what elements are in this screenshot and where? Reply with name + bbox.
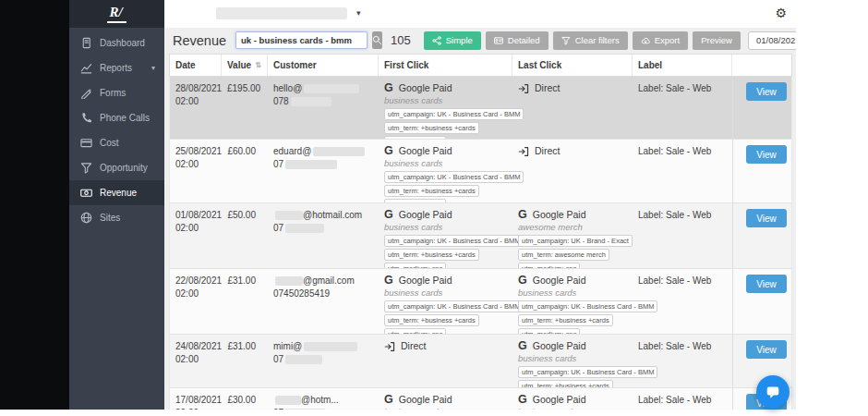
table-row[interactable]: 24/08/202102:00£31.00mimi@07DirectGGoogl…	[169, 335, 792, 388]
column-label: Label	[638, 60, 662, 70]
clear-filters-button[interactable]: Clear filters	[553, 31, 628, 50]
date-value: 22/08/2021	[175, 275, 218, 288]
sidebar-item-dashboard[interactable]: Dashboard	[69, 31, 164, 55]
campaign-subtitle: business cards	[518, 353, 629, 364]
customer-line: 078	[273, 95, 375, 108]
first-click-source: GGoogle Paid	[384, 82, 509, 94]
sidebar-item-label: Sites	[100, 213, 120, 223]
search-input[interactable]	[235, 31, 368, 49]
date-cell: 22/08/202102:00	[170, 269, 222, 335]
sort-icon[interactable]: ⇅	[255, 61, 261, 69]
date-range-label: 01/08/2021 to 31/08/2021	[756, 35, 796, 45]
click-source-title: Google Paid	[399, 208, 452, 221]
last-click-cell: Direct	[512, 140, 633, 203]
id-card-icon	[494, 36, 503, 45]
button-label: Detailed	[508, 35, 540, 45]
redacted-value	[285, 409, 326, 410]
table-row[interactable]: 28/08/202102:00£195.00hello@078GGoogle P…	[169, 77, 792, 140]
table-row[interactable]: 17/08/202102:00£30.00@hotm...07GGoogle P…	[169, 388, 792, 410]
column-header-value[interactable]: Value⇅	[222, 55, 268, 76]
click-source-title: Direct	[535, 81, 560, 94]
utm-tag: utm_campaign: UK - Business Card - BMM	[384, 108, 524, 120]
account-selector[interactable]: ▾	[216, 7, 361, 19]
sidebar-item-label: Dashboard	[100, 38, 145, 48]
time-value: 02:00	[175, 353, 218, 366]
column-label: Date	[175, 60, 196, 70]
preview-button[interactable]: Preview	[693, 31, 741, 50]
sidebar-item-label: Reports	[100, 63, 132, 73]
button-label: Simple	[446, 35, 473, 45]
customer-cell: eduard@07	[268, 140, 379, 203]
campaign-subtitle: business cards	[384, 222, 509, 233]
last-click-source: Direct	[518, 145, 629, 157]
date-cell: 17/08/202102:00	[170, 388, 222, 410]
chevron-down-icon: ▾	[151, 64, 155, 72]
actions-cell: View	[732, 269, 791, 335]
first-click-cell: GGoogle Paidbusiness cardsutm_campaign: …	[379, 77, 512, 140]
sidebar-item-sites[interactable]: Sites	[69, 205, 164, 230]
search-button[interactable]	[372, 31, 382, 49]
page-title: Revenue	[173, 33, 226, 48]
sidebar-item-revenue[interactable]: Revenue	[69, 180, 164, 205]
google-g-icon: G	[518, 275, 527, 287]
sidebar-nav: DashboardReports▾FormsPhone CallsCostOpp…	[69, 28, 164, 230]
last-click-cell: GGoogle Paidawesome merchutm_campaign: U…	[512, 203, 633, 269]
customer-text: 078	[273, 96, 289, 106]
result-count: 105	[391, 33, 411, 47]
customer-cell: @gmail.com07450285419	[268, 269, 379, 335]
utm-tag: utm_term: +business +cards	[384, 122, 479, 134]
customer-text: @hotm...	[301, 395, 339, 405]
view-button[interactable]: View	[746, 82, 787, 101]
label-cell: Label: Sale - Web	[633, 77, 732, 140]
sidebar-item-opportunity[interactable]: Opportunity	[69, 155, 164, 180]
customer-line: 07	[273, 353, 375, 366]
time-value: 02:00	[175, 158, 218, 171]
detailed-button[interactable]: Detailed	[486, 31, 549, 50]
first-click-source: Direct	[384, 340, 509, 352]
simple-button[interactable]: Simple	[424, 31, 481, 50]
column-label: Last Click	[518, 60, 561, 70]
view-button[interactable]: View	[746, 275, 787, 293]
dashboard-icon	[80, 37, 92, 49]
redacted-value	[285, 160, 337, 169]
utm-tag: utm_medium: cpc	[384, 328, 446, 335]
redacted-value	[285, 224, 324, 233]
utm-tag: utm_campaign: UK - Brand - Exact	[518, 235, 633, 247]
redacted-value	[285, 355, 322, 364]
app-logo[interactable]: R/	[69, 0, 164, 28]
first-click-cell: Direct	[379, 335, 512, 388]
customer-cell: @hotmail.com07	[268, 203, 379, 269]
google-g-icon: G	[384, 145, 393, 157]
app-window: R/ DashboardReports▾FormsPhone CallsCost…	[0, 0, 796, 410]
sidebar-item-phone-calls[interactable]: Phone Calls	[69, 105, 164, 130]
click-source-title: Direct	[535, 144, 560, 157]
redacted-value	[275, 211, 303, 220]
column-header-label: Label	[633, 55, 732, 76]
view-button[interactable]: View	[746, 340, 787, 359]
campaign-subtitle: business cards	[384, 95, 509, 106]
phone-icon	[80, 112, 92, 124]
column-label: First Click	[384, 60, 428, 70]
utm-tag: utm_term: +business +cards	[518, 380, 613, 388]
chat-bubble-button[interactable]	[756, 375, 790, 409]
sign-in-icon	[518, 83, 529, 94]
export-button[interactable]: Export	[633, 31, 688, 50]
sidebar-item-forms[interactable]: Forms	[69, 80, 164, 105]
sidebar-item-label: Cost	[100, 138, 119, 148]
view-button[interactable]: View	[746, 145, 787, 164]
table-row[interactable]: 22/08/202102:00£31.00@gmail.com074502854…	[169, 269, 792, 335]
left-black-margin	[0, 0, 69, 410]
date-value: 24/08/2021	[175, 340, 218, 353]
utm-tag: utm_term: +business +cards	[384, 185, 479, 197]
utm-tag: utm_campaign: UK - Business Card - BMM	[384, 235, 524, 247]
sidebar-item-reports[interactable]: Reports▾	[69, 55, 164, 80]
date-range-button[interactable]: 01/08/2021 to 31/08/2021 ▾	[748, 31, 796, 50]
cost-icon	[80, 137, 92, 149]
gear-icon[interactable]: ⚙	[775, 6, 787, 19]
first-click-source: GGoogle Paid	[384, 145, 509, 157]
view-button[interactable]: View	[746, 209, 787, 227]
sidebar-item-cost[interactable]: Cost	[69, 130, 164, 155]
table-row[interactable]: 25/08/202102:00£60.00eduard@07GGoogle Pa…	[169, 140, 792, 203]
table-row[interactable]: 01/08/202102:00£50.00@hotmail.com07GGoog…	[169, 203, 792, 269]
customer-cell: @hotm...07	[268, 388, 379, 410]
